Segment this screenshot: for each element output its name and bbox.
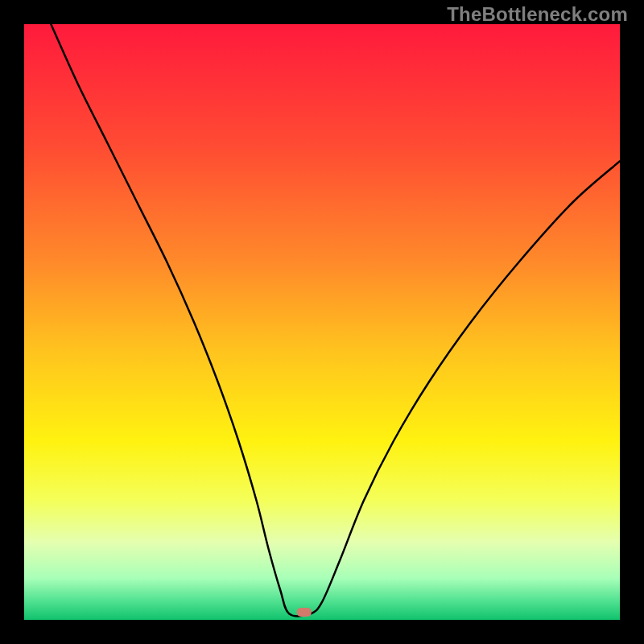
bottleneck-chart <box>24 24 620 620</box>
chart-frame: TheBottleneck.com <box>0 0 644 644</box>
watermark-text: TheBottleneck.com <box>447 3 628 26</box>
plot-area <box>24 24 620 620</box>
optimal-point-marker <box>297 608 312 617</box>
gradient-background <box>24 24 620 620</box>
